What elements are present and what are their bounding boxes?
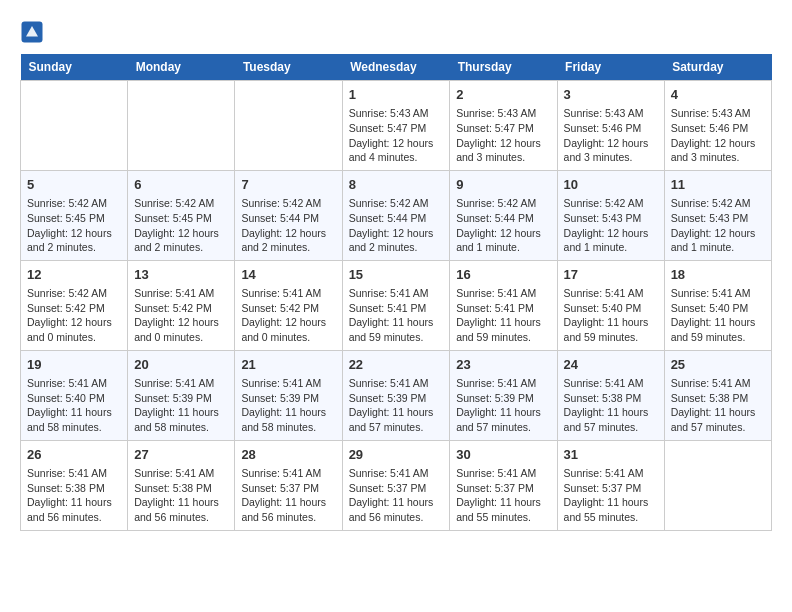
calendar-cell: 29Sunrise: 5:41 AM Sunset: 5:37 PM Dayli… — [342, 440, 450, 530]
day-number: 15 — [349, 266, 444, 284]
logo — [20, 20, 48, 44]
day-info: Sunrise: 5:41 AM Sunset: 5:38 PM Dayligh… — [671, 376, 765, 435]
calendar-week-row: 5Sunrise: 5:42 AM Sunset: 5:45 PM Daylig… — [21, 170, 772, 260]
day-info: Sunrise: 5:41 AM Sunset: 5:37 PM Dayligh… — [349, 466, 444, 525]
day-number: 3 — [564, 86, 658, 104]
day-info: Sunrise: 5:41 AM Sunset: 5:38 PM Dayligh… — [27, 466, 121, 525]
calendar-cell: 16Sunrise: 5:41 AM Sunset: 5:41 PM Dayli… — [450, 260, 557, 350]
day-info: Sunrise: 5:43 AM Sunset: 5:47 PM Dayligh… — [349, 106, 444, 165]
day-number: 14 — [241, 266, 335, 284]
day-info: Sunrise: 5:43 AM Sunset: 5:47 PM Dayligh… — [456, 106, 550, 165]
weekday-header: Sunday — [21, 54, 128, 81]
day-number: 6 — [134, 176, 228, 194]
calendar-header-row: SundayMondayTuesdayWednesdayThursdayFrid… — [21, 54, 772, 81]
calendar-cell: 8Sunrise: 5:42 AM Sunset: 5:44 PM Daylig… — [342, 170, 450, 260]
day-number: 19 — [27, 356, 121, 374]
day-number: 17 — [564, 266, 658, 284]
day-info: Sunrise: 5:41 AM Sunset: 5:38 PM Dayligh… — [564, 376, 658, 435]
calendar-cell: 19Sunrise: 5:41 AM Sunset: 5:40 PM Dayli… — [21, 350, 128, 440]
calendar-week-row: 26Sunrise: 5:41 AM Sunset: 5:38 PM Dayli… — [21, 440, 772, 530]
calendar-cell: 28Sunrise: 5:41 AM Sunset: 5:37 PM Dayli… — [235, 440, 342, 530]
calendar-cell: 20Sunrise: 5:41 AM Sunset: 5:39 PM Dayli… — [128, 350, 235, 440]
day-info: Sunrise: 5:42 AM Sunset: 5:44 PM Dayligh… — [349, 196, 444, 255]
calendar-cell: 22Sunrise: 5:41 AM Sunset: 5:39 PM Dayli… — [342, 350, 450, 440]
logo-icon — [20, 20, 44, 44]
day-number: 1 — [349, 86, 444, 104]
day-number: 29 — [349, 446, 444, 464]
day-info: Sunrise: 5:41 AM Sunset: 5:42 PM Dayligh… — [241, 286, 335, 345]
calendar-cell: 21Sunrise: 5:41 AM Sunset: 5:39 PM Dayli… — [235, 350, 342, 440]
day-number: 24 — [564, 356, 658, 374]
day-number: 26 — [27, 446, 121, 464]
day-number: 25 — [671, 356, 765, 374]
day-info: Sunrise: 5:41 AM Sunset: 5:39 PM Dayligh… — [349, 376, 444, 435]
day-info: Sunrise: 5:42 AM Sunset: 5:45 PM Dayligh… — [134, 196, 228, 255]
day-number: 16 — [456, 266, 550, 284]
day-number: 13 — [134, 266, 228, 284]
day-number: 11 — [671, 176, 765, 194]
day-info: Sunrise: 5:41 AM Sunset: 5:39 PM Dayligh… — [241, 376, 335, 435]
weekday-header: Monday — [128, 54, 235, 81]
calendar-body: 1Sunrise: 5:43 AM Sunset: 5:47 PM Daylig… — [21, 81, 772, 531]
day-info: Sunrise: 5:42 AM Sunset: 5:45 PM Dayligh… — [27, 196, 121, 255]
day-number: 7 — [241, 176, 335, 194]
calendar-cell: 13Sunrise: 5:41 AM Sunset: 5:42 PM Dayli… — [128, 260, 235, 350]
calendar-cell: 1Sunrise: 5:43 AM Sunset: 5:47 PM Daylig… — [342, 81, 450, 171]
day-number: 4 — [671, 86, 765, 104]
day-info: Sunrise: 5:41 AM Sunset: 5:37 PM Dayligh… — [564, 466, 658, 525]
day-number: 10 — [564, 176, 658, 194]
calendar-cell: 2Sunrise: 5:43 AM Sunset: 5:47 PM Daylig… — [450, 81, 557, 171]
calendar-cell: 24Sunrise: 5:41 AM Sunset: 5:38 PM Dayli… — [557, 350, 664, 440]
day-number: 23 — [456, 356, 550, 374]
day-info: Sunrise: 5:43 AM Sunset: 5:46 PM Dayligh… — [564, 106, 658, 165]
calendar-cell: 6Sunrise: 5:42 AM Sunset: 5:45 PM Daylig… — [128, 170, 235, 260]
calendar-cell: 18Sunrise: 5:41 AM Sunset: 5:40 PM Dayli… — [664, 260, 771, 350]
calendar-table: SundayMondayTuesdayWednesdayThursdayFrid… — [20, 54, 772, 531]
weekday-header: Friday — [557, 54, 664, 81]
day-info: Sunrise: 5:41 AM Sunset: 5:39 PM Dayligh… — [456, 376, 550, 435]
day-info: Sunrise: 5:41 AM Sunset: 5:41 PM Dayligh… — [349, 286, 444, 345]
day-number: 2 — [456, 86, 550, 104]
calendar-cell: 30Sunrise: 5:41 AM Sunset: 5:37 PM Dayli… — [450, 440, 557, 530]
calendar-cell: 4Sunrise: 5:43 AM Sunset: 5:46 PM Daylig… — [664, 81, 771, 171]
day-info: Sunrise: 5:42 AM Sunset: 5:42 PM Dayligh… — [27, 286, 121, 345]
day-number: 27 — [134, 446, 228, 464]
calendar-cell: 25Sunrise: 5:41 AM Sunset: 5:38 PM Dayli… — [664, 350, 771, 440]
day-info: Sunrise: 5:41 AM Sunset: 5:40 PM Dayligh… — [564, 286, 658, 345]
day-number: 18 — [671, 266, 765, 284]
calendar-cell: 3Sunrise: 5:43 AM Sunset: 5:46 PM Daylig… — [557, 81, 664, 171]
day-info: Sunrise: 5:42 AM Sunset: 5:43 PM Dayligh… — [671, 196, 765, 255]
day-info: Sunrise: 5:41 AM Sunset: 5:40 PM Dayligh… — [671, 286, 765, 345]
calendar-cell: 5Sunrise: 5:42 AM Sunset: 5:45 PM Daylig… — [21, 170, 128, 260]
calendar-cell: 9Sunrise: 5:42 AM Sunset: 5:44 PM Daylig… — [450, 170, 557, 260]
day-info: Sunrise: 5:41 AM Sunset: 5:42 PM Dayligh… — [134, 286, 228, 345]
day-info: Sunrise: 5:42 AM Sunset: 5:44 PM Dayligh… — [456, 196, 550, 255]
day-number: 5 — [27, 176, 121, 194]
calendar-cell — [21, 81, 128, 171]
calendar-week-row: 12Sunrise: 5:42 AM Sunset: 5:42 PM Dayli… — [21, 260, 772, 350]
day-info: Sunrise: 5:42 AM Sunset: 5:44 PM Dayligh… — [241, 196, 335, 255]
day-info: Sunrise: 5:41 AM Sunset: 5:37 PM Dayligh… — [241, 466, 335, 525]
day-info: Sunrise: 5:41 AM Sunset: 5:39 PM Dayligh… — [134, 376, 228, 435]
calendar-week-row: 1Sunrise: 5:43 AM Sunset: 5:47 PM Daylig… — [21, 81, 772, 171]
weekday-header: Wednesday — [342, 54, 450, 81]
calendar-cell: 7Sunrise: 5:42 AM Sunset: 5:44 PM Daylig… — [235, 170, 342, 260]
calendar-cell: 15Sunrise: 5:41 AM Sunset: 5:41 PM Dayli… — [342, 260, 450, 350]
day-info: Sunrise: 5:41 AM Sunset: 5:37 PM Dayligh… — [456, 466, 550, 525]
calendar-cell: 12Sunrise: 5:42 AM Sunset: 5:42 PM Dayli… — [21, 260, 128, 350]
calendar-cell: 26Sunrise: 5:41 AM Sunset: 5:38 PM Dayli… — [21, 440, 128, 530]
weekday-header: Tuesday — [235, 54, 342, 81]
day-number: 8 — [349, 176, 444, 194]
day-number: 12 — [27, 266, 121, 284]
calendar-cell: 27Sunrise: 5:41 AM Sunset: 5:38 PM Dayli… — [128, 440, 235, 530]
calendar-cell: 11Sunrise: 5:42 AM Sunset: 5:43 PM Dayli… — [664, 170, 771, 260]
day-info: Sunrise: 5:43 AM Sunset: 5:46 PM Dayligh… — [671, 106, 765, 165]
day-number: 21 — [241, 356, 335, 374]
day-number: 9 — [456, 176, 550, 194]
calendar-cell — [664, 440, 771, 530]
day-number: 20 — [134, 356, 228, 374]
calendar-cell: 17Sunrise: 5:41 AM Sunset: 5:40 PM Dayli… — [557, 260, 664, 350]
day-info: Sunrise: 5:41 AM Sunset: 5:41 PM Dayligh… — [456, 286, 550, 345]
calendar-cell: 14Sunrise: 5:41 AM Sunset: 5:42 PM Dayli… — [235, 260, 342, 350]
day-number: 22 — [349, 356, 444, 374]
